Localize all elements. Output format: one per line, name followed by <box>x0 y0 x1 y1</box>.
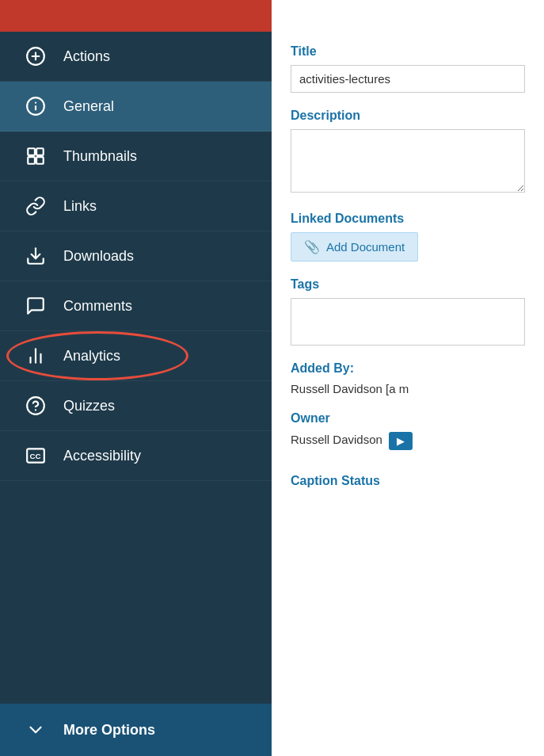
sidebar: Actions General Thumbnails Links Downloa… <box>0 0 272 756</box>
main-content: Title Description Linked Documents 📎 Add… <box>272 0 544 756</box>
more-options-button[interactable]: More Options <box>0 704 272 756</box>
info-circle-icon <box>19 96 52 116</box>
owner-button[interactable]: ▶ <box>389 432 413 450</box>
chevron-down-icon <box>19 720 52 740</box>
sidebar-item-downloads-label: Downloads <box>63 248 134 265</box>
sidebar-item-quizzes[interactable]: Quizzes <box>0 381 272 431</box>
tags-input[interactable] <box>291 298 525 346</box>
sidebar-item-analytics[interactable]: Analytics <box>0 331 272 381</box>
title-label: Title <box>291 44 525 59</box>
paperclip-icon: 📎 <box>304 239 320 254</box>
top-bar <box>0 0 272 32</box>
sidebar-item-analytics-label: Analytics <box>63 348 120 365</box>
caption-status-label: Caption Status <box>291 474 525 488</box>
more-options-label: More Options <box>63 722 155 739</box>
sidebar-item-quizzes-label: Quizzes <box>63 398 115 414</box>
sidebar-item-downloads[interactable]: Downloads <box>0 231 272 281</box>
sidebar-item-links-label: Links <box>63 198 97 215</box>
sidebar-item-thumbnails[interactable]: Thumbnails <box>0 132 272 181</box>
sidebar-item-comments-label: Comments <box>63 298 132 315</box>
sidebar-item-general-label: General <box>63 98 114 115</box>
comments-icon <box>19 296 52 316</box>
svg-rect-6 <box>28 148 35 155</box>
svg-rect-7 <box>28 157 35 164</box>
sidebar-item-thumbnails-label: Thumbnails <box>63 148 137 165</box>
sidebar-item-comments[interactable]: Comments <box>0 281 272 331</box>
bar-chart-icon <box>19 346 52 366</box>
owner-row: Russell Davidson ▶ <box>291 432 525 450</box>
description-label: Description <box>291 109 525 123</box>
owner-label: Owner <box>291 411 525 426</box>
sidebar-item-accessibility-label: Accessibility <box>63 448 141 464</box>
question-circle-icon <box>19 395 52 416</box>
thumbnails-icon <box>19 146 52 166</box>
download-icon <box>19 246 52 266</box>
added-by-value: Russell Davidson [a m <box>291 382 525 395</box>
tags-label: Tags <box>291 277 525 292</box>
added-by-label: Added By: <box>291 361 525 376</box>
sidebar-item-actions-label: Actions <box>63 48 110 65</box>
description-textarea[interactable] <box>291 129 525 193</box>
plus-circle-icon <box>19 46 52 67</box>
svg-rect-8 <box>36 148 44 155</box>
sidebar-item-general[interactable]: General <box>0 82 272 132</box>
title-input[interactable] <box>291 65 525 93</box>
sidebar-item-accessibility[interactable]: CC Accessibility <box>0 431 272 481</box>
link-icon <box>19 196 52 216</box>
sidebar-item-actions[interactable]: Actions <box>0 32 272 82</box>
owner-value: Russell Davidson <box>291 433 382 446</box>
linked-documents-label: Linked Documents <box>291 212 525 226</box>
svg-text:CC: CC <box>29 452 40 460</box>
cc-icon: CC <box>19 445 52 466</box>
add-document-label: Add Document <box>326 240 405 254</box>
svg-rect-9 <box>36 157 44 164</box>
add-document-button[interactable]: 📎 Add Document <box>291 232 418 262</box>
sidebar-item-links[interactable]: Links <box>0 181 272 231</box>
